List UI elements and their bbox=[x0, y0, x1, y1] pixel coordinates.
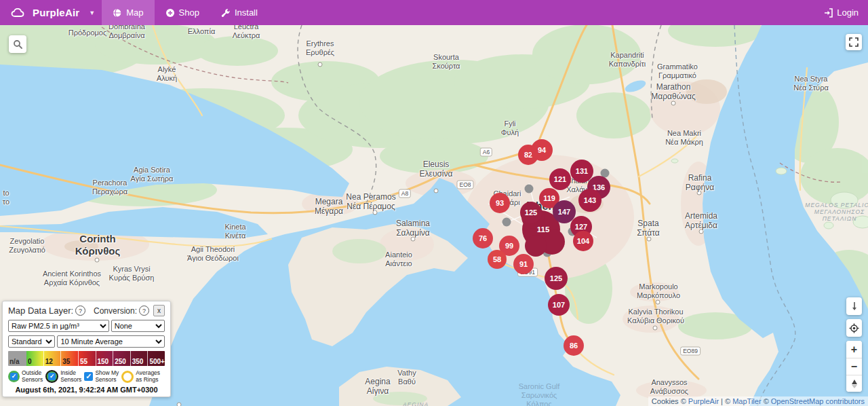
geolocate-button[interactable] bbox=[846, 319, 862, 337]
check-label: Show MySensors bbox=[95, 370, 119, 383]
sensor-cluster-circle[interactable] bbox=[525, 235, 547, 257]
legend-label-350: 350 bbox=[130, 351, 148, 366]
sensor-marker-76[interactable]: 76 bbox=[473, 228, 493, 248]
sensor-marker-91[interactable]: 91 bbox=[513, 254, 534, 274]
legend-label-250: 250 bbox=[113, 351, 130, 366]
map-data-layer-panel: Map Data Layer: ? Conversion: ? x Raw PM… bbox=[2, 301, 171, 397]
checkbox-averages-as-rings[interactable]: Averagesas Rings bbox=[121, 370, 160, 383]
town-dot bbox=[411, 237, 416, 242]
plus-circle-icon bbox=[165, 8, 175, 18]
sensor-marker-107[interactable]: 107 bbox=[548, 294, 570, 316]
legend-label-500plus: 500+ bbox=[147, 351, 165, 366]
town-dot bbox=[95, 258, 100, 263]
compass-button[interactable] bbox=[846, 375, 862, 392]
brand-caret-icon[interactable]: ▼ bbox=[89, 10, 95, 16]
inside-sensors-icon[interactable]: ✓ bbox=[45, 370, 58, 383]
map-attribution[interactable]: Cookies © PurpleAir | © MapTiler © OpenS… bbox=[648, 396, 868, 406]
outside-sensors-icon[interactable]: ✓ bbox=[8, 371, 20, 382]
attribution-link[interactable]: PurpleAir bbox=[688, 397, 719, 405]
search-button[interactable] bbox=[9, 35, 26, 53]
inactive-sensor-dot[interactable] bbox=[502, 218, 511, 227]
legend-label-12: 12 bbox=[43, 351, 61, 366]
legend-label-55: 55 bbox=[78, 351, 96, 366]
nav-tab-shop[interactable]: Shop bbox=[155, 0, 210, 25]
nav-tab-label: Install bbox=[235, 7, 258, 18]
legend-label-35: 35 bbox=[60, 351, 78, 366]
attribution-link[interactable]: MapTiler bbox=[732, 397, 761, 405]
sensor-marker-125[interactable]: 125 bbox=[545, 267, 568, 290]
login-button[interactable]: Login bbox=[824, 7, 859, 18]
conversion-select[interactable]: None bbox=[111, 320, 165, 332]
geolocate-icon bbox=[849, 323, 859, 333]
login-icon bbox=[824, 8, 833, 18]
wrench-icon bbox=[221, 8, 231, 18]
check-label: OutsideSensors bbox=[22, 370, 43, 383]
road-shield-a8: A8 bbox=[399, 189, 411, 198]
checkbox-inside-sensors[interactable]: ✓InsideSensors bbox=[45, 370, 81, 383]
road-shield-eo8: EO8 bbox=[456, 181, 473, 189]
timestamp: August 6th, 2021, 9:42:24 AM GMT+0300 bbox=[8, 386, 165, 394]
fullscreen-button[interactable] bbox=[846, 34, 862, 50]
map-data-layer-help-icon[interactable]: ? bbox=[75, 306, 85, 316]
nav-tab-label: Map bbox=[126, 7, 143, 18]
checkbox-show-my-sensors[interactable]: ✓Show MySensors bbox=[84, 370, 119, 383]
sensor-marker-143[interactable]: 143 bbox=[578, 189, 601, 212]
nav-tab-install[interactable]: Install bbox=[210, 0, 269, 25]
town-dot bbox=[653, 326, 658, 331]
town-dot bbox=[434, 189, 439, 193]
panel-close-button[interactable]: x bbox=[153, 305, 165, 316]
road-shield-a6: A6 bbox=[480, 148, 492, 157]
legend-label-0: 0 bbox=[26, 351, 43, 366]
attribution-text: Cookies © bbox=[652, 397, 688, 405]
zoom-in-button[interactable]: + bbox=[846, 341, 862, 358]
attribution-text: © bbox=[762, 397, 771, 405]
panel-title: Map Data Layer: bbox=[8, 306, 73, 316]
attribution-link[interactable]: OpenStreetMap contributors bbox=[771, 397, 865, 405]
nav-tab-map[interactable]: Map bbox=[102, 0, 154, 25]
standard-select[interactable]: Standard bbox=[8, 335, 55, 348]
legend-label-150: 150 bbox=[96, 351, 113, 366]
pitch-icon bbox=[850, 301, 859, 311]
search-icon bbox=[13, 39, 23, 50]
login-label: Login bbox=[837, 7, 859, 18]
inactive-sensor-dot[interactable] bbox=[525, 185, 534, 193]
average-select[interactable]: 10 Minute Average bbox=[57, 335, 165, 348]
brand-logo[interactable]: PurpleAir ▼ bbox=[0, 0, 102, 25]
sensor-marker-93[interactable]: 93 bbox=[490, 193, 510, 213]
conversion-help-icon[interactable]: ? bbox=[139, 306, 149, 316]
town-dot bbox=[656, 300, 660, 305]
data-layer-select[interactable]: Raw PM2.5 in µg/m³ bbox=[8, 320, 109, 332]
nav-tab-label: Shop bbox=[179, 7, 199, 18]
town-dot bbox=[671, 101, 676, 106]
town-dot bbox=[647, 237, 652, 242]
zoom-out-button[interactable]: − bbox=[846, 358, 862, 375]
fullscreen-icon bbox=[849, 37, 859, 47]
sensor-marker-121[interactable]: 121 bbox=[549, 168, 571, 190]
show-my-sensors-checkbox[interactable]: ✓ bbox=[84, 372, 93, 381]
cloud-logo-icon bbox=[11, 7, 27, 18]
brand-name: PurpleAir bbox=[33, 7, 79, 18]
sensor-marker-86[interactable]: 86 bbox=[564, 335, 584, 356]
attribution-text: | © bbox=[719, 397, 732, 405]
sensor-marker-104[interactable]: 104 bbox=[573, 231, 593, 251]
globe-icon bbox=[113, 8, 122, 18]
town-dot bbox=[373, 210, 378, 215]
map-pitch-button[interactable] bbox=[846, 297, 862, 315]
sensor-marker-125[interactable]: 125 bbox=[520, 202, 542, 223]
town-dot bbox=[177, 403, 182, 406]
town-dot bbox=[318, 62, 323, 67]
sensor-marker-94[interactable]: 94 bbox=[531, 139, 553, 161]
town-dot bbox=[699, 229, 704, 234]
town-dot bbox=[697, 191, 702, 196]
road-shield-eo89: EO89 bbox=[680, 347, 701, 356]
legend-label-n-a: n/a bbox=[8, 351, 26, 366]
compass-icon bbox=[851, 380, 858, 388]
checkbox-outside-sensors[interactable]: ✓OutsideSensors bbox=[8, 370, 43, 383]
check-label: Averagesas Rings bbox=[136, 370, 160, 383]
aqi-legend-bar: n/a0123555150250350500+ bbox=[8, 351, 165, 366]
sensor-marker-value: 115 bbox=[537, 225, 550, 234]
averages-as-rings-icon[interactable] bbox=[121, 371, 134, 383]
conversion-label: Conversion: bbox=[94, 306, 137, 316]
sensor-marker-58[interactable]: 58 bbox=[488, 250, 507, 269]
check-label: InsideSensors bbox=[60, 370, 81, 383]
